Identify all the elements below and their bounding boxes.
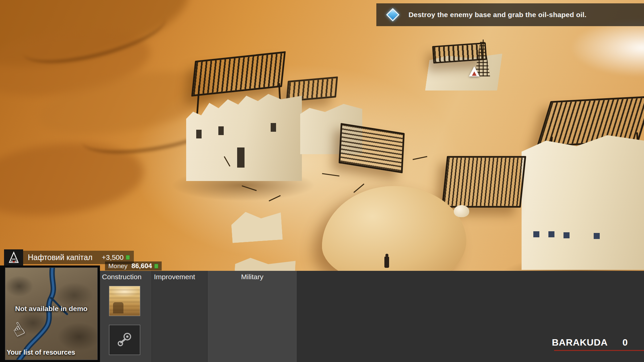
window: [218, 126, 224, 135]
window: [564, 232, 570, 238]
money-bar: Money 86,604: [105, 261, 162, 270]
tab-construction-label[interactable]: Construction: [100, 271, 152, 281]
campaign-logo-icon: [4, 249, 23, 265]
ruined-wall: [230, 209, 283, 243]
build-slot-steam[interactable]: [109, 325, 140, 355]
debris-stick: [322, 173, 339, 176]
minimap-caption: Your list of resources: [7, 349, 75, 356]
panel-blank-area: [297, 271, 644, 362]
derrick-tent-glyph: [7, 251, 20, 264]
objective-banner: Destroy the enemy base and grab the oil-…: [376, 3, 644, 26]
build-panel: Construction Improvement Military: [100, 271, 644, 362]
doorway: [237, 147, 245, 168]
window: [533, 231, 539, 237]
sun-flare: [570, 18, 644, 77]
tab-improvement[interactable]: Improvement: [152, 271, 207, 362]
diamond-gem-shape: [386, 8, 399, 21]
scoreboard: BARAKUDA 0: [552, 337, 628, 348]
campaign-title: Нафтовий капітал: [28, 253, 93, 262]
money-label: Money: [108, 262, 127, 270]
debris-stick: [354, 183, 365, 193]
scoreboard-underline: [554, 350, 644, 351]
minimap-river: [5, 268, 98, 360]
capital-delta: +3,500: [102, 253, 124, 261]
wooden-fence-lattice: [441, 156, 526, 207]
steam-logo-icon: [116, 331, 133, 349]
wooden-scaffold: [339, 123, 405, 173]
money-icon: [126, 255, 130, 260]
white-tent-marker-icon: [469, 66, 480, 76]
pergola-roof: [191, 51, 286, 97]
player-character[interactable]: [384, 256, 389, 268]
minimap-demo-overlay-text: Not available in demo: [5, 305, 97, 313]
player-score: 0: [623, 337, 628, 348]
minimap-backing: Not available in demo ☝ Your list of res…: [0, 265, 100, 362]
money-icon: [154, 264, 158, 268]
window: [196, 130, 202, 138]
tab-improvement-label[interactable]: Improvement: [152, 271, 207, 281]
game-screen: Destroy the enemy base and grab the oil-…: [0, 0, 644, 362]
debris-stick: [413, 156, 427, 160]
window: [548, 231, 554, 237]
player-name: BARAKUDA: [552, 337, 608, 348]
objective-text: Destroy the enemy base and grab the oil-…: [409, 11, 587, 19]
money-value: 86,604: [131, 262, 152, 270]
tab-military-label[interactable]: Military: [208, 271, 297, 281]
tab-construction[interactable]: Construction: [100, 271, 152, 362]
tab-military[interactable]: Military: [207, 271, 297, 362]
build-slot-sandbag[interactable]: [109, 286, 140, 316]
small-dome: [454, 205, 469, 217]
minimap[interactable]: Not available in demo ☝ Your list of res…: [5, 267, 98, 360]
window: [594, 233, 600, 239]
marker-red-detail: [472, 71, 477, 76]
adobe-house-right[interactable]: [522, 132, 644, 270]
sandbag-shelter-icon: [109, 286, 140, 316]
objective-diamond-icon: [387, 9, 398, 20]
window: [271, 123, 276, 132]
